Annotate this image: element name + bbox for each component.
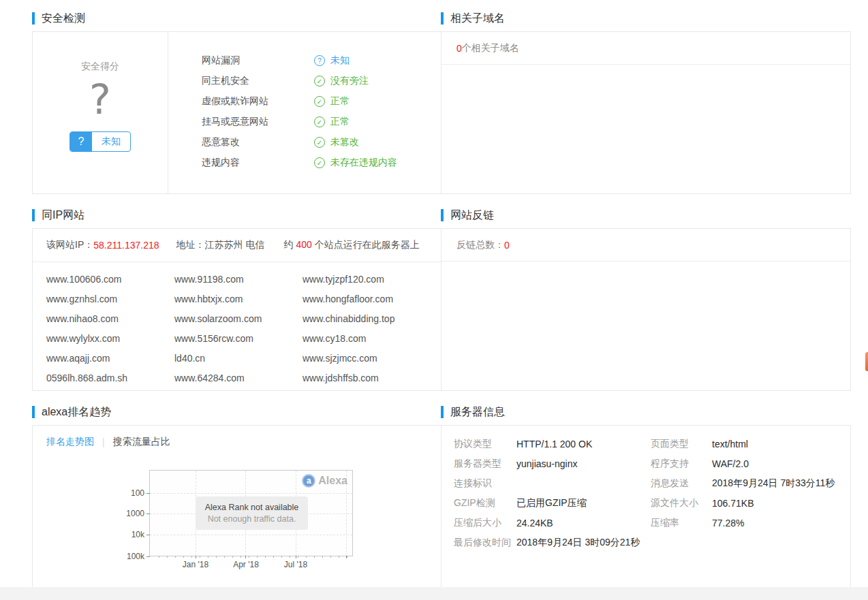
server-field-value: WAF/2.0 bbox=[712, 458, 749, 469]
gridline-h bbox=[150, 493, 352, 494]
check-status-text: 未知 bbox=[330, 54, 350, 67]
status-circle-icon: ? bbox=[314, 55, 325, 66]
same-ip-domain-link[interactable]: www.sjzjmcc.com bbox=[303, 348, 441, 368]
same-ip-domain-link[interactable]: www.chinabidding.top bbox=[303, 309, 441, 328]
y-tick-label: 100k bbox=[127, 551, 144, 562]
security-check-row: 违规内容 ✓ 未存在违规内容 bbox=[202, 153, 441, 173]
gridline-h bbox=[150, 535, 352, 535]
panel-title-text: 安全检测 bbox=[42, 12, 85, 26]
x-tick bbox=[346, 556, 347, 558]
y-tick bbox=[146, 556, 150, 557]
same-ip-domain-list: www.100606.com www.91198.com www.tyjzpf1… bbox=[33, 262, 441, 388]
panel-subdomains: 相关子域名 0 个相关子域名 bbox=[441, 0, 851, 194]
server-field-value: text/html bbox=[712, 439, 748, 449]
same-ip-domain-link[interactable]: www.gznhsl.com bbox=[46, 289, 174, 309]
check-status: ✓ 正常 bbox=[314, 116, 350, 128]
check-label: 同主机安全 bbox=[202, 75, 314, 87]
alexa-logo-icon: a bbox=[302, 474, 315, 488]
title-accent-bar bbox=[441, 12, 444, 25]
same-ip-domain-link[interactable]: www.64284.com bbox=[174, 368, 303, 388]
check-status: ✓ 未存在违规内容 bbox=[314, 157, 397, 169]
check-status-text: 未篡改 bbox=[330, 136, 359, 148]
server-field-value: 2018年9月24日 7时33分11秒 bbox=[712, 477, 835, 490]
security-score-badge-label: 未知 bbox=[92, 132, 130, 151]
same-ip-domain-link[interactable]: www.jdshffsb.com bbox=[303, 368, 441, 388]
server-field-value: 77.28% bbox=[712, 518, 744, 528]
same-ip-domain-link[interactable]: www.nihao8.com bbox=[46, 309, 174, 328]
server-info-row: 服务器类型 yunjiasu-nginx 程序支持 WAF/2.0 bbox=[454, 454, 850, 473]
security-check-row: 恶意篡改 ✓ 未篡改 bbox=[202, 132, 441, 153]
same-ip-domain-link[interactable]: ld40.cn bbox=[174, 348, 303, 368]
title-accent-bar bbox=[32, 12, 35, 25]
same-ip-domain-link[interactable]: www.91198.com bbox=[174, 269, 303, 289]
security-check-row: 挂马或恶意网站 ✓ 正常 bbox=[202, 112, 441, 132]
check-label: 挂马或恶意网站 bbox=[202, 116, 314, 128]
server-field-label: 连接标识 bbox=[454, 477, 516, 490]
server-field-label: 最后修改时间 bbox=[454, 537, 516, 549]
server-field-label: 压缩率 bbox=[651, 517, 712, 529]
backlink-count-row: 反链总数：0 bbox=[441, 229, 850, 262]
side-float-button[interactable] bbox=[865, 352, 868, 371]
subdomain-count-suffix: 个相关子域名 bbox=[462, 42, 519, 54]
same-ip-domain-link[interactable]: www.100606.com bbox=[46, 269, 174, 289]
page-content: 安全检测 安全得分 ? ? 未知 网站漏洞 bbox=[32, 0, 851, 589]
server-field-value: 24.24KB bbox=[516, 518, 651, 528]
same-ip-domain-link[interactable]: www.wylylxx.com bbox=[46, 328, 174, 348]
security-score-area: 安全得分 ? ? 未知 bbox=[33, 32, 168, 193]
check-status-text: 正常 bbox=[330, 116, 350, 128]
server-info-row: 连接标识 消息发送 2018年9月24日 7时33分11秒 bbox=[454, 473, 850, 493]
security-check-row: 虚假或欺诈网站 ✓ 正常 bbox=[202, 91, 441, 112]
panel-title-text: 同IP网站 bbox=[42, 208, 84, 223]
panel-title-text: 相关子域名 bbox=[450, 12, 505, 26]
ip-address: 地址：江苏苏州 电信 bbox=[176, 239, 265, 251]
title-accent-bar bbox=[441, 406, 444, 418]
tab-rank-trend[interactable]: 排名走势图 bbox=[46, 436, 94, 448]
tab-search-traffic[interactable]: 搜索流量占比 bbox=[113, 436, 170, 448]
server-info-row: 最后修改时间 2018年9月24日 3时09分21秒 bbox=[454, 533, 850, 552]
same-ip-domain-link[interactable]: www.hbtxjx.com bbox=[174, 289, 303, 309]
backlink-count-label: 反链总数： bbox=[456, 239, 504, 251]
site-count-text: 约400个站点运行在此服务器上 bbox=[283, 239, 419, 251]
title-accent-bar bbox=[32, 406, 35, 418]
server-info-row: 压缩后大小 24.24KB 压缩率 77.28% bbox=[454, 513, 850, 533]
panel-title-alexa: alexa排名趋势 bbox=[32, 405, 441, 420]
no-data-title: Alexa Rank not available bbox=[205, 502, 299, 514]
server-field-value: 已启用GZIP压缩 bbox=[516, 497, 651, 509]
same-ip-domain-link[interactable]: www.cy18.com bbox=[303, 328, 441, 348]
same-ip-domain-link[interactable]: www.aqajj.com bbox=[46, 348, 174, 368]
same-ip-domain-link[interactable]: www.hongfafloor.com bbox=[303, 289, 441, 309]
panel-title-backlinks: 网站反链 bbox=[441, 208, 851, 223]
server-field-label: 服务器类型 bbox=[454, 458, 516, 470]
check-status-text: 未存在违规内容 bbox=[330, 157, 397, 169]
panel-same-ip: 同IP网站 该网站IP：58.211.137.218 地址：江苏苏州 电信 约4… bbox=[32, 194, 441, 391]
server-field-label: 压缩后大小 bbox=[454, 517, 516, 529]
server-field-label: GZIP检测 bbox=[454, 497, 516, 509]
status-circle-icon: ✓ bbox=[314, 137, 325, 148]
panel-alexa: alexa排名趋势 排名走势图 | 搜索流量占比 bbox=[32, 391, 441, 589]
same-ip-domain-link[interactable]: 0596lh.868.adm.sh bbox=[46, 368, 174, 388]
check-status-text: 正常 bbox=[330, 95, 350, 108]
security-score-value: ? bbox=[89, 77, 111, 122]
same-ip-domain-link[interactable]: www.solarzoom.com bbox=[174, 309, 303, 328]
panel-title-text: 网站反链 bbox=[450, 208, 494, 223]
alexa-logo-text: Alexa bbox=[318, 475, 347, 487]
y-tick bbox=[146, 535, 150, 535]
no-data-subtitle: Not enough traffic data. bbox=[208, 514, 296, 525]
panel-title-server: 服务器信息 bbox=[441, 405, 851, 420]
panel-title-text: alexa排名趋势 bbox=[42, 405, 111, 420]
status-circle-icon: ✓ bbox=[314, 76, 325, 86]
same-ip-domain-link[interactable]: www.5156rcw.com bbox=[174, 328, 303, 348]
server-field-label: 消息发送 bbox=[651, 477, 712, 490]
security-check-list: 网站漏洞 ? 未知 同主机安全 ✓ 没有旁注 bbox=[168, 32, 441, 193]
panel-title-text: 服务器信息 bbox=[450, 405, 505, 420]
server-field-label: 页面类型 bbox=[651, 438, 712, 450]
y-tick-label: 1000 bbox=[126, 508, 144, 519]
security-check-row: 同主机安全 ✓ 没有旁注 bbox=[202, 71, 441, 91]
ip-info-row: 该网站IP：58.211.137.218 地址：江苏苏州 电信 约400个站点运… bbox=[33, 229, 441, 262]
same-ip-domain-link[interactable]: www.tyjzpf120.com bbox=[303, 269, 441, 289]
panel-server-info: 服务器信息 协议类型 HTTP/1.1 200 OK 页面类型 text/htm… bbox=[441, 391, 851, 589]
ip-label: 该网站IP： bbox=[46, 239, 93, 251]
title-accent-bar bbox=[32, 209, 35, 221]
x-minor-ticks bbox=[151, 556, 352, 558]
no-data-message: Alexa Rank not available Not enough traf… bbox=[196, 496, 308, 530]
